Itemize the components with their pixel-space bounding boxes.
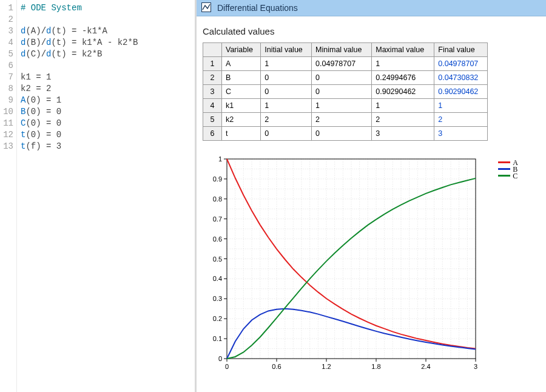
legend-label: C (513, 173, 517, 179)
code-line[interactable]: C(0) = 0 (21, 118, 195, 129)
table-corner (203, 43, 222, 57)
table-cell[interactable]: 3 (372, 127, 434, 141)
svg-text:0.8: 0.8 (213, 195, 222, 203)
table-cell[interactable]: 1 (312, 99, 372, 113)
line-number: 4 (0, 37, 13, 49)
svg-text:0.1: 0.1 (213, 335, 222, 342)
svg-text:0.7: 0.7 (213, 215, 222, 223)
table-cell[interactable]: 0 (312, 85, 372, 99)
table-cell[interactable]: 2 (312, 113, 372, 127)
code-line[interactable]: k2 = 2 (21, 83, 195, 95)
line-number: 10 (0, 106, 13, 118)
table-cell[interactable]: A (222, 57, 261, 71)
panel-header[interactable]: Differential Equations (197, 0, 546, 16)
line-number: 6 (0, 60, 13, 72)
legend-swatch (498, 175, 510, 177)
code-body[interactable]: # ODE Systemd(A)/d(t) = -k1*Ad(B)/d(t) =… (17, 0, 195, 392)
table-header-row: VariableInitial valueMinimal valueMaxima… (203, 43, 488, 57)
table-cell[interactable]: 2 (434, 113, 488, 127)
panel-title: Differential Equations (217, 3, 298, 13)
table-row[interactable]: 2B000.249946760.04730832 (203, 71, 488, 85)
table-header[interactable]: Variable (222, 43, 261, 57)
legend-item: C (498, 172, 518, 179)
table-cell[interactable]: 1 (261, 57, 312, 71)
line-number: 2 (0, 14, 13, 25)
section-title: Calculated values (203, 26, 540, 36)
svg-text:1.8: 1.8 (371, 363, 380, 370)
svg-text:0: 0 (225, 363, 229, 370)
chart-legend: ABC (498, 159, 518, 179)
code-line[interactable] (21, 14, 195, 25)
row-number: 6 (203, 127, 222, 141)
line-number-gutter: 12345678910111213 (0, 0, 17, 392)
table-row[interactable]: 3C000.902904620.90290462 (203, 85, 488, 99)
svg-text:0.6: 0.6 (213, 235, 222, 243)
svg-text:1.2: 1.2 (322, 363, 331, 370)
legend-swatch (498, 168, 510, 170)
values-table[interactable]: VariableInitial valueMinimal valueMaxima… (203, 42, 488, 141)
table-cell[interactable]: 0 (261, 71, 312, 85)
table-cell[interactable]: B (222, 71, 261, 85)
table-row[interactable]: 6t0033 (203, 127, 488, 141)
table-cell[interactable]: 1 (372, 99, 434, 113)
table-header[interactable]: Initial value (261, 43, 312, 57)
line-number: 5 (0, 49, 13, 60)
code-editor[interactable]: 12345678910111213 # ODE Systemd(A)/d(t) … (0, 0, 197, 392)
table-cell[interactable]: 2 (372, 113, 434, 127)
code-line[interactable]: d(A)/d(t) = -k1*A (21, 25, 195, 37)
table-cell[interactable]: 0.04978707 (312, 57, 372, 71)
line-number: 13 (0, 141, 13, 152)
chart-icon (201, 2, 211, 14)
code-line[interactable]: k1 = 1 (21, 72, 195, 83)
code-line[interactable]: # ODE System (21, 2, 195, 14)
line-number: 1 (0, 2, 13, 14)
table-header[interactable]: Minimal value (312, 43, 372, 57)
table-cell[interactable]: 1 (372, 57, 434, 71)
chart-svg: 00.61.21.82.4300.10.20.30.40.50.60.70.80… (203, 155, 482, 374)
table-cell[interactable]: 2 (261, 113, 312, 127)
legend-swatch (498, 161, 510, 163)
row-number: 4 (203, 99, 222, 113)
table-cell[interactable]: 0 (312, 127, 372, 141)
table-cell[interactable]: 0 (261, 85, 312, 99)
code-line[interactable]: d(C)/d(t) = k2*B (21, 49, 195, 60)
table-cell[interactable]: t (222, 127, 261, 141)
svg-text:0: 0 (218, 355, 222, 362)
table-cell[interactable]: 0.90290462 (372, 85, 434, 99)
table-cell[interactable]: 0.04978707 (434, 57, 488, 71)
table-cell[interactable]: k1 (222, 99, 261, 113)
svg-text:3: 3 (474, 363, 477, 370)
results-body: Calculated values VariableInitial valueM… (197, 16, 546, 392)
code-line[interactable]: t(f) = 3 (21, 141, 195, 152)
table-cell[interactable]: 0 (312, 71, 372, 85)
table-row[interactable]: 1A10.0497870710.04978707 (203, 57, 488, 71)
table-cell[interactable]: k2 (222, 113, 261, 127)
code-line[interactable]: A(0) = 1 (21, 95, 195, 106)
app-root: 12345678910111213 # ODE Systemd(A)/d(t) … (0, 0, 546, 392)
table-cell[interactable]: C (222, 85, 261, 99)
table-cell[interactable]: 3 (434, 127, 488, 141)
svg-text:0.5: 0.5 (213, 255, 222, 263)
code-line[interactable]: B(0) = 0 (21, 106, 195, 118)
table-header[interactable]: Maximal value (372, 43, 434, 57)
table-cell[interactable]: 0.90290462 (434, 85, 488, 99)
code-line[interactable] (21, 60, 195, 72)
legend-label: A (513, 160, 518, 166)
table-cell[interactable]: 1 (434, 99, 488, 113)
table-header[interactable]: Final value (434, 43, 488, 57)
table-row[interactable]: 4k11111 (203, 99, 488, 113)
line-number: 7 (0, 72, 13, 83)
code-line[interactable]: d(B)/d(t) = k1*A - k2*B (21, 37, 195, 49)
svg-text:0.3: 0.3 (213, 295, 222, 302)
legend-label: B (513, 166, 517, 172)
table-cell[interactable]: 0 (261, 127, 312, 141)
row-number: 3 (203, 85, 222, 99)
table-row[interactable]: 5k22222 (203, 113, 488, 127)
line-number: 3 (0, 25, 13, 37)
table-cell[interactable]: 1 (261, 99, 312, 113)
svg-text:0.9: 0.9 (213, 175, 222, 183)
svg-text:0.2: 0.2 (213, 315, 222, 322)
table-cell[interactable]: 0.24994676 (372, 71, 434, 85)
table-cell[interactable]: 0.04730832 (434, 71, 488, 85)
code-line[interactable]: t(0) = 0 (21, 129, 195, 141)
